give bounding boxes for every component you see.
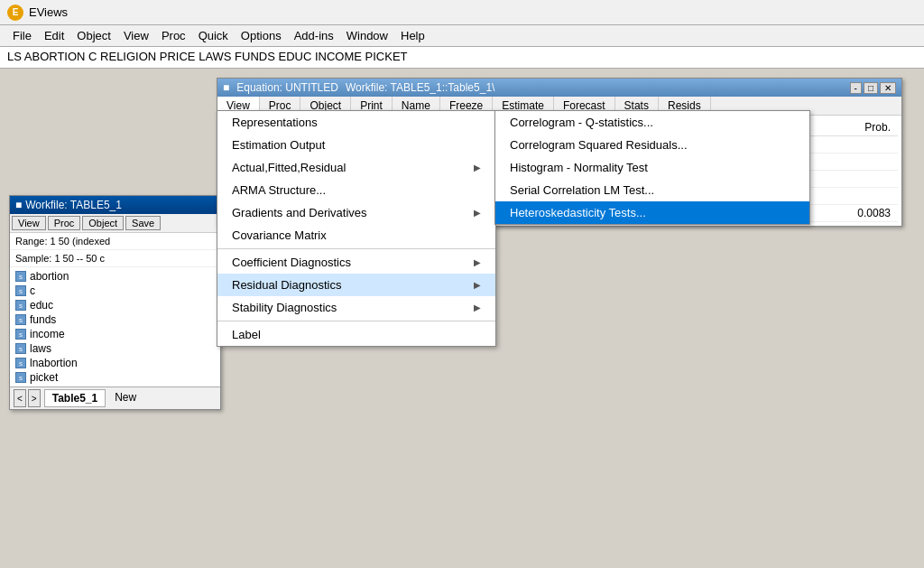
variable-label: educ — [30, 299, 53, 312]
workfile-save-btn[interactable]: Save — [125, 216, 161, 230]
menu-divider — [217, 321, 495, 321]
menu-object[interactable]: Object — [71, 27, 116, 44]
workfile-tab-new[interactable]: New — [107, 389, 143, 407]
workfile-toolbar: View Proc Object Save — [10, 214, 220, 233]
variable-label: lnabortion — [30, 357, 78, 369]
list-item[interactable]: s funds — [14, 312, 217, 327]
menu-label[interactable]: Label — [217, 323, 495, 346]
workfile-proc-btn[interactable]: Proc — [48, 216, 81, 230]
workfile-title-text: Workfile: TABLE5_1 — [25, 199, 122, 211]
list-item[interactable]: s c — [14, 284, 217, 298]
menu-view[interactable]: View — [118, 27, 154, 44]
view-dropdown-menu: Representations Estimation Output Actual… — [217, 110, 496, 347]
menu-representations[interactable]: Representations — [217, 111, 495, 134]
variable-icon: s — [15, 358, 26, 368]
minimize-btn[interactable]: - — [850, 82, 862, 94]
menu-help[interactable]: Help — [395, 27, 430, 44]
menu-window[interactable]: Window — [341, 27, 393, 44]
app-icon: E — [7, 5, 23, 21]
workfile-nav: < > — [14, 389, 41, 407]
variable-label: abortion — [30, 270, 69, 283]
submenu-arrow: ▶ — [474, 280, 481, 290]
menu-divider — [217, 248, 495, 249]
maximize-btn[interactable]: □ — [864, 82, 878, 94]
title-bar: E EViews — [0, 0, 924, 25]
menu-edit[interactable]: Edit — [39, 27, 69, 44]
menu-file[interactable]: File — [7, 27, 37, 44]
main-area: ■ Workfile: TABLE5_1 View Proc Object Sa… — [0, 69, 924, 568]
submenu-arrow: ▶ — [474, 163, 481, 172]
workfile-list: s abortion s c s educ s funds s income s… — [10, 267, 220, 386]
menu-estimation-output[interactable]: Estimation Output — [217, 134, 495, 156]
submenu-arrow: ▶ — [474, 257, 481, 267]
workfile-window: ■ Workfile: TABLE5_1 View Proc Object Sa… — [9, 195, 221, 410]
submenu-serial-correlation[interactable]: Serial Correlation LM Test... — [495, 179, 809, 201]
workfile-object-btn[interactable]: Object — [82, 216, 124, 230]
menu-stability-diagnostics[interactable]: Stability Diagnostics ▶ — [217, 296, 495, 319]
submenu-arrow: ▶ — [474, 303, 481, 312]
menu-residual-diagnostics[interactable]: Residual Diagnostics ▶ — [217, 274, 495, 296]
menu-options[interactable]: Options — [236, 27, 287, 44]
menu-arma-structure[interactable]: ARMA Structure... — [217, 179, 495, 201]
residual-diagnostics-submenu: Correlogram - Q-statistics... Correlogra… — [494, 110, 810, 225]
equation-workfile-ref: Workfile: TABLE5_1::Table5_1\ — [346, 81, 494, 94]
nav-next-btn[interactable]: > — [28, 389, 41, 407]
variable-icon: s — [15, 343, 26, 354]
list-item[interactable]: s picket — [14, 370, 217, 385]
workfile-tab-table5[interactable]: Table5_1 — [44, 389, 106, 407]
main-menu-bar: File Edit Object View Proc Quick Options… — [0, 25, 924, 47]
menu-quick[interactable]: Quick — [193, 27, 234, 44]
variable-label: c — [30, 284, 35, 297]
menu-addins[interactable]: Add-ins — [289, 27, 339, 44]
workfile-tabs: < > Table5_1 New — [10, 386, 220, 409]
list-item[interactable]: s income — [14, 327, 217, 341]
title-controls: - □ ✕ — [850, 82, 896, 94]
workfile-range: Range: 1 50 (indexed — [10, 233, 220, 250]
submenu-heteroskedasticity[interactable]: Heteroskedasticity Tests... — [495, 201, 809, 224]
variable-icon: s — [15, 285, 26, 296]
command-line: LS ABORTION C RELIGION PRICE LAWS FUNDS … — [0, 47, 924, 69]
list-item[interactable]: s educ — [14, 298, 217, 312]
workfile-sample: Sample: 1 50 -- 50 c — [10, 250, 220, 267]
variable-icon: s — [15, 372, 26, 383]
menu-coefficient-diagnostics[interactable]: Coefficient Diagnostics ▶ — [217, 251, 495, 274]
equation-title-bar: ■ Equation: UNTITLED Workfile: TABLE5_1:… — [217, 79, 901, 97]
variable-icon: s — [15, 314, 26, 325]
workfile-title-bar: ■ Workfile: TABLE5_1 — [10, 196, 220, 214]
variable-icon: s — [15, 300, 26, 311]
app-title: EViews — [29, 5, 68, 19]
workfile-icon: ■ — [15, 199, 22, 211]
nav-prev-btn[interactable]: < — [14, 389, 26, 407]
menu-covariance-matrix[interactable]: Covariance Matrix — [217, 224, 495, 247]
variable-icon: s — [15, 329, 26, 340]
submenu-histogram-normality[interactable]: Histogram - Normality Test — [495, 156, 809, 179]
equation-title-text: Equation: UNTITLED — [236, 81, 338, 94]
list-item[interactable]: s lnabortion — [14, 356, 217, 370]
menu-proc[interactable]: Proc — [156, 27, 191, 44]
close-btn[interactable]: ✕ — [880, 82, 896, 94]
submenu-correlogram-squared[interactable]: Correlogram Squared Residuals... — [495, 134, 809, 156]
workfile-view-btn[interactable]: View — [12, 216, 46, 230]
menu-actual-fitted-residual[interactable]: Actual,Fitted,Residual ▶ — [217, 156, 495, 179]
menu-gradients-derivatives[interactable]: Gradients and Derivatives ▶ — [217, 201, 495, 224]
variable-label: income — [30, 328, 65, 340]
submenu-correlogram-q[interactable]: Correlogram - Q-statistics... — [495, 111, 809, 134]
variable-label: picket — [30, 371, 58, 384]
list-item[interactable]: s abortion — [14, 269, 217, 284]
equation-title-icon: ■ — [223, 81, 229, 94]
variable-label: laws — [30, 342, 51, 355]
list-item[interactable]: s laws — [14, 341, 217, 356]
submenu-arrow: ▶ — [474, 208, 481, 218]
variable-icon: s — [15, 271, 26, 282]
variable-label: funds — [30, 313, 56, 326]
